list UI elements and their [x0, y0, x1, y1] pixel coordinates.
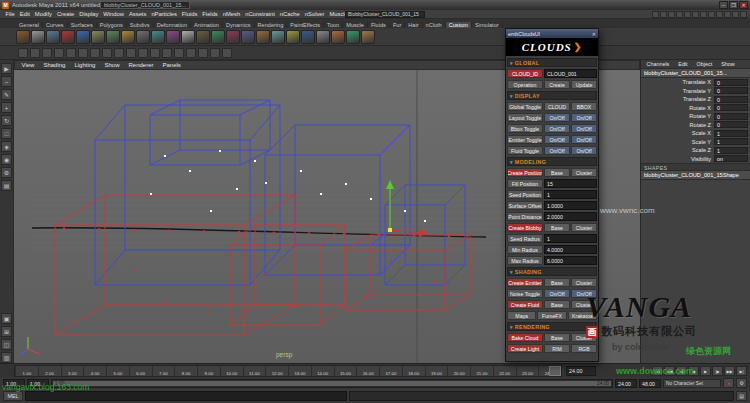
clouds-global-toggle-bbox-button[interactable]: BBOX — [571, 102, 597, 111]
shelf-icon[interactable] — [121, 30, 135, 44]
clouds-create-emitter-cluster-button[interactable]: Cluster — [571, 278, 597, 287]
select-object-icon[interactable] — [90, 48, 100, 58]
clouds-fluid-toggle-on-off-button[interactable]: On/Off — [571, 146, 597, 155]
clouds-create-fluid-button[interactable]: Create Fluid — [507, 300, 543, 309]
shelf-icon[interactable] — [61, 30, 75, 44]
timeline-tick[interactable]: 22.00 — [493, 366, 516, 376]
menu-toolbar-icon[interactable] — [716, 11, 723, 18]
clouds-point-distance-field[interactable]: 2.0000 — [544, 212, 597, 221]
move-tool-icon[interactable]: + — [1, 102, 12, 113]
menu-toolbar-icon[interactable] — [676, 11, 683, 18]
menu-toolbar-icon[interactable] — [708, 11, 715, 18]
menu-window[interactable]: Window — [101, 11, 127, 17]
minimize-button[interactable]: – — [719, 1, 728, 9]
menu-toolbar-icon[interactable] — [700, 11, 707, 18]
timeline-tick[interactable]: 20.00 — [447, 366, 470, 376]
viewport-menu-panels[interactable]: Panels — [160, 62, 183, 68]
select-component-icon[interactable] — [102, 48, 112, 58]
clouds-create-light-button[interactable]: Create Light — [507, 344, 543, 353]
clouds-emitter-toggle-on-off-button[interactable]: On/Off — [544, 135, 570, 144]
range-slider[interactable]: 1.00 24.00 — [51, 379, 613, 388]
layout-single-pane[interactable]: ▣ — [1, 313, 12, 324]
clouds-bbox-toggle-on-off-button[interactable]: On/Off — [571, 124, 597, 133]
channel-menu-channels[interactable]: Channels — [644, 61, 672, 67]
timeline-tick[interactable]: 7.00 — [152, 366, 175, 376]
shelf-icon[interactable] — [331, 30, 345, 44]
paint-select-tool-icon[interactable]: ✎ — [1, 89, 12, 100]
shelf-icon[interactable] — [106, 30, 120, 44]
clouds-seed-radius-field[interactable]: 1 — [544, 234, 597, 243]
select-hierarchy-icon[interactable] — [78, 48, 88, 58]
clouds-create-fluid-base-button[interactable]: Base — [544, 300, 570, 309]
clouds-operation-create-button[interactable]: Create — [544, 80, 570, 89]
timeline-tick[interactable]: 18.00 — [402, 366, 425, 376]
universal-manipulator-icon[interactable]: ◈ — [1, 141, 12, 152]
menu-toolbar-icon[interactable] — [740, 11, 747, 18]
redo-icon[interactable] — [66, 48, 76, 58]
document-name-field[interactable]: blobbyCluster_CLOUD_001_15... — [100, 1, 190, 9]
go-to-end-button[interactable]: ▶| — [736, 366, 747, 376]
clouds-panel-close-icon[interactable]: ✕ — [592, 31, 596, 37]
snap-grid-icon[interactable] — [114, 48, 124, 58]
clouds-min-radius-field[interactable]: 4.0000 — [544, 245, 597, 254]
menu-ncache[interactable]: nCache — [277, 11, 302, 17]
menu-nparticles[interactable]: nParticles — [149, 11, 179, 17]
shelf-icon[interactable] — [151, 30, 165, 44]
channel-value-field[interactable]: 0 — [714, 104, 748, 111]
clouds-panel-titlebar[interactable]: embCloudsUI ✕ — [506, 29, 598, 38]
clouds-create-position-button[interactable]: Create Position — [507, 168, 543, 177]
shelf-icon[interactable] — [361, 30, 375, 44]
shelf-icon[interactable] — [346, 30, 360, 44]
clouds-layout-toggle-on-off-button[interactable]: On/Off — [571, 113, 597, 122]
timeline-tick[interactable]: 15.00 — [334, 366, 357, 376]
shelf-icon[interactable] — [76, 30, 90, 44]
shelf-icon[interactable] — [181, 30, 195, 44]
shelf-icon[interactable] — [196, 30, 210, 44]
shelf-icon[interactable] — [31, 30, 45, 44]
menu-fluids[interactable]: Fluids — [179, 11, 199, 17]
mel-toggle-button[interactable]: MEL — [3, 391, 23, 401]
timeline-tick[interactable]: 16.00 — [356, 366, 379, 376]
channel-value-field[interactable]: 0 — [714, 87, 748, 94]
section-collapse-icon[interactable]: ▾ — [510, 324, 513, 330]
menu-toolbar-icon[interactable] — [684, 11, 691, 18]
shelf-icon[interactable] — [271, 30, 285, 44]
clouds-emitter-toggle-on-off-button[interactable]: On/Off — [571, 135, 597, 144]
shelf-icon[interactable] — [211, 30, 225, 44]
command-input[interactable] — [25, 391, 347, 401]
timeline-tick[interactable]: 14.00 — [311, 366, 334, 376]
shelf-icon[interactable] — [91, 30, 105, 44]
range-slider-fill[interactable] — [53, 381, 611, 386]
render-current-frame-icon[interactable] — [198, 48, 208, 58]
timeline-tick[interactable]: 21.00 — [470, 366, 493, 376]
clouds-bake-cloud-button[interactable]: Bake Cloud — [507, 333, 543, 342]
clouds-global-toggle-cloud-button[interactable]: CLOUD — [544, 102, 570, 111]
snap-curve-icon[interactable] — [126, 48, 136, 58]
channel-value-field[interactable]: 1 — [714, 147, 748, 154]
clouds-create-emitter-base-button[interactable]: Base — [544, 278, 570, 287]
step-forward-key-button[interactable]: ▶▶ — [724, 366, 735, 376]
maximize-button[interactable]: ❐ — [729, 1, 738, 9]
step-forward-frame-button[interactable]: |▶ — [712, 366, 723, 376]
clouds-operation-update-button[interactable]: Update — [571, 80, 597, 89]
channel-box-node-name[interactable]: blobbyCluster_CLOUD_001_15... — [641, 69, 750, 78]
clouds-create-blobby-base-button[interactable]: Base — [544, 223, 570, 232]
menu-nmesh[interactable]: nMesh — [220, 11, 242, 17]
close-button[interactable]: ✕ — [739, 1, 748, 9]
clouds-max-radius-field[interactable]: 6.0000 — [544, 256, 597, 265]
timeline-tick[interactable]: 12.00 — [265, 366, 288, 376]
menu-create[interactable]: Create — [54, 11, 76, 17]
clouds-fluid-toggle-on-off-button[interactable]: On/Off — [544, 146, 570, 155]
shelf-icon[interactable] — [256, 30, 270, 44]
menu-edit[interactable]: Edit — [17, 11, 32, 17]
undo-icon[interactable] — [54, 48, 64, 58]
shelf-icon[interactable] — [16, 30, 30, 44]
timeline-tick[interactable]: 6.00 — [129, 366, 152, 376]
menu-toolbar-icon[interactable] — [652, 11, 659, 18]
timeline-tick[interactable]: 3.00 — [61, 366, 84, 376]
ipr-render-icon[interactable] — [210, 48, 220, 58]
current-time-marker[interactable] — [549, 366, 561, 376]
channel-value-field[interactable]: 0 — [714, 121, 748, 128]
menu-fields[interactable]: Fields — [200, 11, 220, 17]
show-manipulator-icon[interactable]: ⚙ — [1, 167, 12, 178]
